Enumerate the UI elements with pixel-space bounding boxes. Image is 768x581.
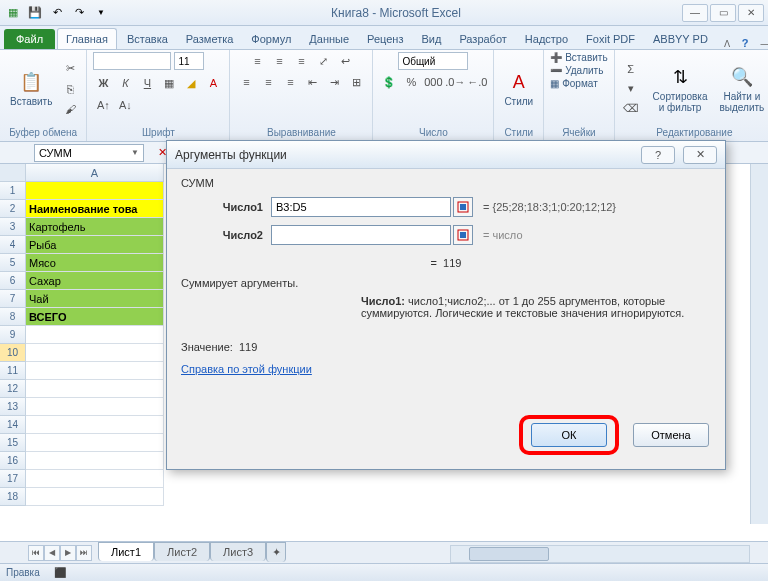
cells-insert-button[interactable]: ➕Вставить bbox=[550, 52, 607, 63]
cell[interactable] bbox=[26, 182, 164, 200]
cell[interactable]: Наименование това bbox=[26, 200, 164, 218]
paste-button[interactable]: 📋 Вставить bbox=[6, 68, 56, 109]
cells-delete-button[interactable]: ➖Удалить bbox=[550, 65, 607, 76]
align-top-icon[interactable]: ≡ bbox=[247, 52, 267, 70]
row-header[interactable]: 4 bbox=[0, 236, 26, 254]
function-help-link[interactable]: Справка по этой функции bbox=[181, 363, 312, 375]
tab-addins[interactable]: Надстро bbox=[517, 29, 576, 49]
dec-decimal-icon[interactable]: ←.0 bbox=[467, 73, 487, 91]
select-all-corner[interactable] bbox=[0, 164, 26, 182]
indent-dec-icon[interactable]: ⇤ bbox=[302, 73, 322, 91]
row-header[interactable]: 5 bbox=[0, 254, 26, 272]
cell[interactable] bbox=[26, 344, 164, 362]
cell[interactable] bbox=[26, 416, 164, 434]
currency-icon[interactable]: 💲 bbox=[379, 73, 399, 91]
help-icon[interactable]: ? bbox=[742, 37, 749, 49]
copy-icon[interactable]: ⎘ bbox=[60, 80, 80, 98]
name-box[interactable]: СУММ ▼ bbox=[34, 144, 144, 162]
align-middle-icon[interactable]: ≡ bbox=[269, 52, 289, 70]
qat-dropdown-icon[interactable]: ▼ bbox=[92, 4, 110, 22]
minimize-button[interactable]: — bbox=[682, 4, 708, 22]
close-button[interactable]: ✕ bbox=[738, 4, 764, 22]
italic-button[interactable]: К bbox=[115, 74, 135, 92]
align-right-icon[interactable]: ≡ bbox=[280, 73, 300, 91]
arg1-input[interactable] bbox=[271, 197, 451, 217]
window-min-icon[interactable]: — bbox=[761, 37, 768, 49]
tab-foxit[interactable]: Foxit PDF bbox=[578, 29, 643, 49]
row-header[interactable]: 8 bbox=[0, 308, 26, 326]
underline-button[interactable]: Ч bbox=[137, 74, 157, 92]
inc-decimal-icon[interactable]: .0→ bbox=[445, 73, 465, 91]
horizontal-scrollbar[interactable] bbox=[450, 545, 750, 563]
ok-button[interactable]: ОК bbox=[531, 423, 607, 447]
row-header[interactable]: 11 bbox=[0, 362, 26, 380]
grow-font-icon[interactable]: A↑ bbox=[93, 96, 113, 114]
tab-developer[interactable]: Разработ bbox=[451, 29, 514, 49]
cell[interactable]: Рыба bbox=[26, 236, 164, 254]
cancel-button[interactable]: Отмена bbox=[633, 423, 709, 447]
sheet-nav-first-icon[interactable]: ⏮ bbox=[28, 545, 44, 561]
cell[interactable] bbox=[26, 470, 164, 488]
tab-data[interactable]: Данные bbox=[301, 29, 357, 49]
namebox-dropdown-icon[interactable]: ▼ bbox=[131, 148, 139, 157]
row-header[interactable]: 2 bbox=[0, 200, 26, 218]
new-sheet-icon[interactable]: ✦ bbox=[266, 542, 286, 562]
restore-button[interactable]: ▭ bbox=[710, 4, 736, 22]
indent-inc-icon[interactable]: ⇥ bbox=[324, 73, 344, 91]
row-header[interactable]: 12 bbox=[0, 380, 26, 398]
undo-icon[interactable]: ↶ bbox=[48, 4, 66, 22]
tab-file[interactable]: Файл bbox=[4, 29, 55, 49]
tab-layout[interactable]: Разметка bbox=[178, 29, 242, 49]
fill-color-icon[interactable]: ◢ bbox=[181, 74, 201, 92]
row-header[interactable]: 16 bbox=[0, 452, 26, 470]
autosum-icon[interactable]: Σ bbox=[621, 60, 641, 78]
font-size-combo[interactable]: 11 bbox=[174, 52, 204, 70]
styles-button[interactable]: A Стили bbox=[500, 68, 537, 109]
clear-icon[interactable]: ⌫ bbox=[621, 100, 641, 118]
cut-icon[interactable]: ✂ bbox=[60, 60, 80, 78]
vertical-scrollbar[interactable] bbox=[750, 164, 768, 524]
tab-view[interactable]: Вид bbox=[413, 29, 449, 49]
align-center-icon[interactable]: ≡ bbox=[258, 73, 278, 91]
row-header[interactable]: 18 bbox=[0, 488, 26, 506]
tab-abbyy[interactable]: ABBYY PD bbox=[645, 29, 716, 49]
cell[interactable]: Чай bbox=[26, 290, 164, 308]
tab-review[interactable]: Реценз bbox=[359, 29, 411, 49]
font-color-icon[interactable]: A bbox=[203, 74, 223, 92]
wrap-text-icon[interactable]: ↩ bbox=[335, 52, 355, 70]
format-painter-icon[interactable]: 🖌 bbox=[60, 100, 80, 118]
sheet-tab-1[interactable]: Лист1 bbox=[98, 542, 154, 561]
font-name-combo[interactable] bbox=[93, 52, 171, 70]
sheet-nav-next-icon[interactable]: ▶ bbox=[60, 545, 76, 561]
cell[interactable]: ВСЕГО bbox=[26, 308, 164, 326]
row-header[interactable]: 14 bbox=[0, 416, 26, 434]
find-select-button[interactable]: 🔍 Найти и выделить bbox=[715, 63, 768, 115]
cell[interactable] bbox=[26, 452, 164, 470]
border-icon[interactable]: ▦ bbox=[159, 74, 179, 92]
sheet-nav-last-icon[interactable]: ⏭ bbox=[76, 545, 92, 561]
number-format-combo[interactable]: Общий bbox=[398, 52, 468, 70]
dialog-help-button[interactable]: ? bbox=[641, 146, 675, 164]
sheet-tab-2[interactable]: Лист2 bbox=[154, 542, 210, 561]
shrink-font-icon[interactable]: A↓ bbox=[115, 96, 135, 114]
redo-icon[interactable]: ↷ bbox=[70, 4, 88, 22]
sort-filter-button[interactable]: ⇅ Сортировка и фильтр bbox=[649, 63, 712, 115]
row-header[interactable]: 17 bbox=[0, 470, 26, 488]
orientation-icon[interactable]: ⤢ bbox=[313, 52, 333, 70]
row-header[interactable]: 15 bbox=[0, 434, 26, 452]
arg1-refedit-icon[interactable] bbox=[453, 197, 473, 217]
tab-formulas[interactable]: Формул bbox=[243, 29, 299, 49]
save-icon[interactable]: 💾 bbox=[26, 4, 44, 22]
cell[interactable]: Сахар bbox=[26, 272, 164, 290]
row-header[interactable]: 10 bbox=[0, 344, 26, 362]
cell[interactable]: Картофель bbox=[26, 218, 164, 236]
col-header-a[interactable]: A bbox=[26, 164, 164, 182]
cell[interactable] bbox=[26, 362, 164, 380]
cell[interactable]: Мясо bbox=[26, 254, 164, 272]
arg2-refedit-icon[interactable] bbox=[453, 225, 473, 245]
arg2-input[interactable] bbox=[271, 225, 451, 245]
row-header[interactable]: 6 bbox=[0, 272, 26, 290]
tab-home[interactable]: Главная bbox=[57, 28, 117, 49]
merge-icon[interactable]: ⊞ bbox=[346, 73, 366, 91]
align-bottom-icon[interactable]: ≡ bbox=[291, 52, 311, 70]
